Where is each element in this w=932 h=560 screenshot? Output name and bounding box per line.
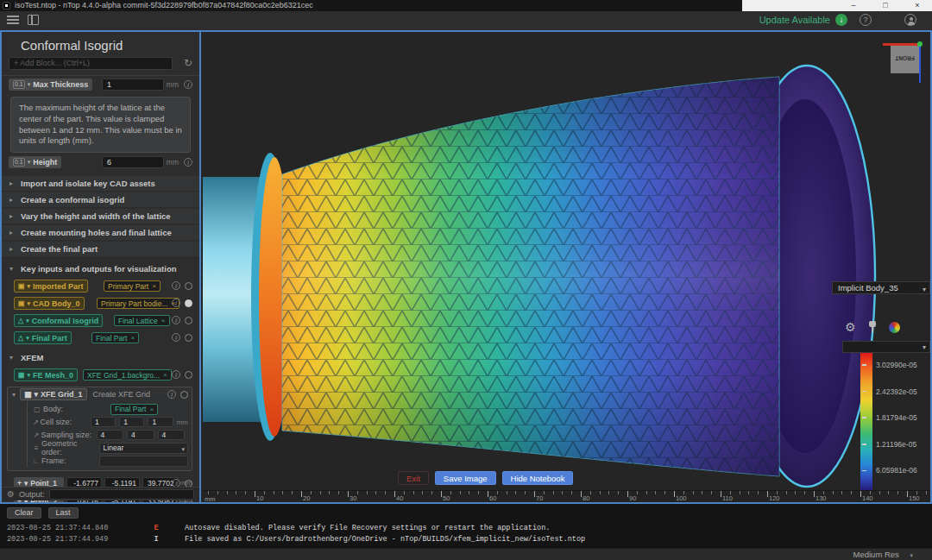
view-cube[interactable]: FRONT bbox=[891, 45, 919, 73]
chevron-down-icon: ▾ bbox=[28, 159, 31, 166]
legend-tick bbox=[862, 417, 866, 418]
add-block-input[interactable]: + Add Block... (Ctrl+L) bbox=[9, 57, 173, 70]
last-button[interactable]: Last bbox=[48, 507, 79, 519]
pin-icon[interactable] bbox=[867, 320, 878, 334]
download-icon[interactable]: ↓ bbox=[835, 14, 847, 26]
viewport-3d[interactable]: FRONT Implicit Body_35 ▾ ⚙ ▾ 3.02990e-05… bbox=[203, 32, 930, 502]
visibility-toggle[interactable] bbox=[185, 317, 192, 324]
legend-field-select[interactable]: ▾ bbox=[842, 341, 930, 353]
visibility-toggle[interactable] bbox=[180, 391, 188, 399]
max-thickness-chip[interactable]: 0.1 ▾ Max Thickness bbox=[9, 79, 92, 91]
imported-part-chip[interactable]: ▣ ▾ Imported Part bbox=[14, 280, 88, 293]
lattice-model bbox=[203, 32, 930, 490]
log-timestamp: 2023-08-25 21:37:44.840 bbox=[7, 524, 128, 532]
close-icon[interactable]: × bbox=[152, 282, 156, 290]
info-icon[interactable]: i bbox=[172, 316, 180, 324]
conformal-isogrid-chip[interactable]: △ ▾ Conformal Isogrid bbox=[14, 314, 103, 327]
maximize-button[interactable]: □ bbox=[871, 0, 900, 11]
ruler-major-label: 90 bbox=[627, 491, 636, 502]
visibility-toggle[interactable] bbox=[185, 371, 192, 379]
info-icon[interactable]: i bbox=[172, 281, 180, 290]
chevron-right-icon: ▸ bbox=[2, 196, 21, 204]
visibility-toggle[interactable] bbox=[185, 334, 192, 342]
fe-mesh-chip[interactable]: ▦ ▾ FE Mesh_0 bbox=[14, 368, 78, 381]
window-title: isoTest.ntop - nTop 4.4.0-alpha commit-5… bbox=[15, 1, 313, 9]
final-part-chip[interactable]: △ ▾ Final Part bbox=[14, 331, 72, 344]
close-icon[interactable]: × bbox=[163, 371, 167, 379]
cell-size-y-input[interactable]: 1 bbox=[119, 417, 144, 427]
visibility-toggle[interactable] bbox=[185, 299, 192, 307]
info-icon[interactable]: i bbox=[172, 370, 180, 379]
section-vary-lattice[interactable]: ▸ Vary the height and width of the latti… bbox=[2, 209, 199, 223]
info-icon[interactable]: i bbox=[184, 158, 192, 167]
chevron-down-icon: ▾ bbox=[910, 552, 913, 558]
xfe-grid-chip[interactable]: ▦ ▾ XFE Grid_1 bbox=[20, 388, 87, 400]
chevron-down-icon[interactable]: ▾ bbox=[8, 391, 20, 399]
info-icon[interactable]: i bbox=[184, 80, 192, 89]
save-image-button[interactable]: Save Image bbox=[435, 471, 496, 485]
hamburger-menu-icon[interactable] bbox=[7, 16, 19, 25]
legend-body-select[interactable]: Implicit Body_35 ▾ bbox=[832, 281, 930, 294]
gear-icon[interactable]: ⚙ bbox=[7, 489, 15, 499]
fe-mesh-tag[interactable]: XFE Grid_1.backgro... × bbox=[83, 369, 172, 381]
geometric-order-select[interactable]: Linear ▾ bbox=[99, 443, 188, 454]
visibility-toggle[interactable] bbox=[185, 282, 192, 290]
sampling-x-input[interactable]: 4 bbox=[97, 430, 123, 440]
frame-input[interactable] bbox=[99, 456, 188, 467]
log-level: E bbox=[128, 524, 185, 532]
height-chip[interactable]: 0.1 ▾ Height bbox=[9, 156, 61, 168]
cad-icon: ▣ bbox=[18, 282, 25, 290]
close-icon[interactable]: × bbox=[149, 406, 154, 413]
clear-button[interactable]: Clear bbox=[7, 507, 41, 519]
scalar-type-icon: 0.1 bbox=[13, 158, 25, 167]
exit-button[interactable]: Exit bbox=[398, 471, 429, 485]
sampling-y-input[interactable]: 4 bbox=[127, 430, 154, 440]
colormap-icon[interactable] bbox=[889, 322, 900, 333]
gear-icon[interactable]: ⚙ bbox=[845, 320, 856, 334]
section-final-part[interactable]: ▸ Create the final part bbox=[2, 242, 199, 256]
max-thickness-input[interactable]: 1 bbox=[102, 79, 164, 91]
refresh-icon[interactable]: ↻ bbox=[184, 57, 192, 69]
help-icon[interactable]: ? bbox=[860, 14, 872, 26]
unit-label: mm bbox=[177, 418, 188, 426]
section-import-cad[interactable]: ▸ Import and isolate key CAD assets bbox=[2, 176, 199, 191]
chevron-down-icon: ▾ bbox=[26, 318, 29, 324]
info-icon[interactable]: i bbox=[167, 390, 176, 399]
section-mounting-holes[interactable]: ▸ Create mounting holes and final lattic… bbox=[2, 225, 199, 240]
resolution-select[interactable]: Medium Res ▾ bbox=[853, 550, 913, 559]
divider bbox=[2, 75, 199, 76]
conformal-isogrid-tag[interactable]: Final Lattice × bbox=[114, 315, 170, 326]
cad-body-tag[interactable]: Primary Part bodie... × bbox=[97, 298, 179, 309]
mesh-icon: ▦ bbox=[18, 371, 25, 379]
update-available-link[interactable]: Update Available bbox=[759, 15, 830, 25]
output-field[interactable] bbox=[49, 489, 195, 500]
final-part-tag[interactable]: Final Part × bbox=[91, 332, 139, 343]
close-icon[interactable]: × bbox=[161, 317, 166, 324]
cell-size-z-input[interactable]: 1 bbox=[148, 417, 173, 427]
info-icon[interactable]: i bbox=[172, 299, 180, 307]
xfe-grid-block: ▾ ▦ ▾ XFE Grid_1 Create XFE Grid i ▢ Bod… bbox=[7, 387, 192, 471]
profile-icon[interactable] bbox=[904, 14, 916, 26]
ruler-major-label: 100 bbox=[674, 491, 687, 502]
imported-part-tag[interactable]: Primary Part × bbox=[104, 280, 161, 292]
body-tag[interactable]: Final Part × bbox=[110, 404, 158, 415]
log-level: I bbox=[128, 535, 185, 544]
chevron-down-icon: ▾ bbox=[923, 343, 926, 351]
final-part-row: △ ▾ Final Part Final Part × i bbox=[14, 331, 192, 345]
section-xfem[interactable]: ▾ XFEM bbox=[2, 350, 199, 365]
close-button[interactable]: × bbox=[903, 0, 932, 11]
minimize-button[interactable]: – bbox=[839, 0, 868, 11]
toggle-panel-icon[interactable] bbox=[28, 15, 39, 25]
hide-notebook-button[interactable]: Hide Notebook bbox=[502, 471, 574, 485]
info-icon[interactable]: i bbox=[172, 333, 180, 342]
section-key-io[interactable]: ▾ Key inputs and outputs for visualizati… bbox=[2, 261, 199, 276]
chevron-down-icon: ▾ bbox=[28, 283, 31, 290]
close-icon[interactable]: × bbox=[130, 334, 135, 342]
ruler-major-label: 60 bbox=[488, 491, 496, 502]
cell-size-x-input[interactable]: 1 bbox=[91, 417, 116, 427]
legend-tick bbox=[862, 470, 866, 472]
sampling-z-input[interactable]: 4 bbox=[158, 430, 185, 440]
section-create-isogrid[interactable]: ▸ Create a conformal isogrid bbox=[2, 192, 199, 207]
height-input[interactable]: 6 bbox=[102, 156, 164, 168]
cad-body-chip[interactable]: ▣ ▾ CAD Body_0 bbox=[14, 297, 85, 310]
